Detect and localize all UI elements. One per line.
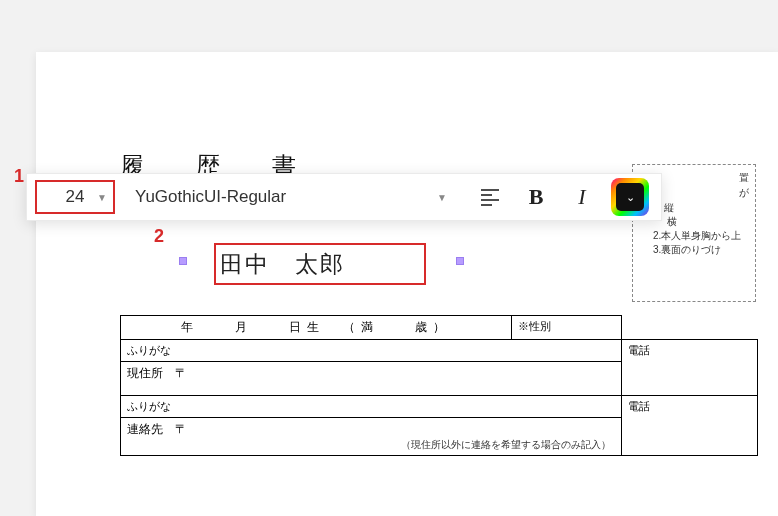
caret-down-icon: ▼ bbox=[437, 192, 447, 203]
annotation-marker-2: 2 bbox=[154, 226, 164, 247]
photo-list-item-1: 1. 縦 bbox=[653, 201, 749, 215]
furigana-label-1: ふりがな bbox=[127, 344, 171, 356]
birthdate-line[interactable]: 年 月 日生 （満 歳） bbox=[127, 319, 505, 336]
annotation-marker-1: 1 bbox=[14, 166, 24, 187]
document-page: 履 歴 書 置 が 1. 縦 横 2.本人単身胸から上 3.裏面のりづけ 田中 … bbox=[36, 52, 778, 516]
italic-button[interactable]: I bbox=[563, 178, 601, 216]
name-text-field[interactable]: 田中 太郎 bbox=[184, 237, 427, 285]
selection-handle-left[interactable] bbox=[179, 257, 187, 265]
align-left-icon bbox=[480, 188, 500, 206]
sex-label: ※性別 bbox=[518, 320, 551, 332]
caret-down-icon: ▼ bbox=[97, 192, 107, 203]
bold-button[interactable]: B bbox=[517, 178, 555, 216]
name-value[interactable]: 田中 太郎 bbox=[220, 249, 345, 280]
contact-label: 連絡先 〒 bbox=[127, 422, 187, 436]
font-name-value: YuGothicUI-Regular bbox=[135, 187, 286, 207]
phone-label-2: 電話 bbox=[628, 400, 650, 412]
photo-list-item-1b: 横 bbox=[653, 215, 749, 229]
photo-list-item-2: 2.本人単身胸から上 bbox=[653, 229, 749, 243]
color-picker-button[interactable]: ⌄ bbox=[611, 178, 649, 216]
address-label-1: 現住所 〒 bbox=[127, 366, 187, 380]
font-size-select[interactable]: 24 ▼ bbox=[35, 180, 115, 214]
contact-note: （現住所以外に連絡を希望する場合のみ記入） bbox=[127, 438, 615, 452]
resume-form-table: 年 月 日生 （満 歳） ※性別 ふりがな 電話 現住所 〒 ふりがな 電話 連… bbox=[120, 315, 758, 456]
photo-list-item-3: 3.裏面のりづけ bbox=[653, 243, 749, 257]
furigana-label-2: ふりがな bbox=[127, 400, 171, 412]
font-family-select[interactable]: YuGothicUI-Regular ▼ bbox=[115, 180, 467, 214]
text-format-toolbar: 24 ▼ YuGothicUI-Regular ▼ B I ⌄ bbox=[26, 173, 662, 221]
chevron-down-icon: ⌄ bbox=[616, 183, 644, 211]
font-size-value: 24 bbox=[66, 187, 85, 207]
phone-label-1: 電話 bbox=[628, 344, 650, 356]
annotation-box-2: 田中 太郎 bbox=[214, 243, 426, 285]
selection-handle-right[interactable] bbox=[456, 257, 464, 265]
align-left-button[interactable] bbox=[471, 178, 509, 216]
